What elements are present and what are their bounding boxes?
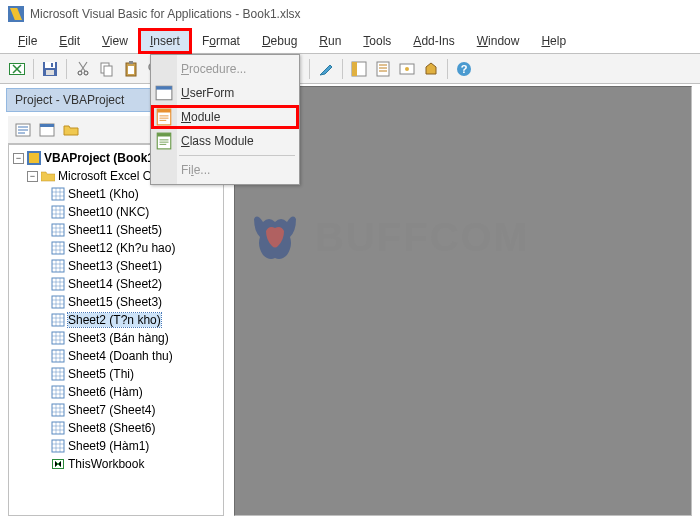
menu-addins[interactable]: Add-Ins <box>403 30 464 52</box>
tree-sheet[interactable]: Sheet3 (Bán hàng) <box>11 329 221 347</box>
svg-rect-41 <box>52 296 64 308</box>
tree-sheet[interactable]: Sheet1 (Kho) <box>11 185 221 203</box>
toggle-folders-button[interactable] <box>60 119 82 141</box>
svg-rect-11 <box>129 61 133 64</box>
sheet-icon <box>51 259 65 273</box>
menu-edit[interactable]: Edit <box>49 30 90 52</box>
menu-window[interactable]: Window <box>467 30 530 52</box>
menu-insert[interactable]: Insert <box>140 30 190 52</box>
svg-rect-18 <box>352 62 357 76</box>
svg-point-21 <box>405 67 409 71</box>
svg-text:?: ? <box>461 63 468 75</box>
svg-rect-3 <box>45 62 55 68</box>
sheet-icon <box>51 187 65 201</box>
insert-dropdown: Procedure... UserForm Module Class Modul… <box>150 54 300 185</box>
svg-rect-19 <box>377 62 389 76</box>
tree-sheet[interactable]: Sheet8 (Sheet6) <box>11 419 221 437</box>
tree-sheet[interactable]: Sheet13 (Sheet1) <box>11 257 221 275</box>
sheet-icon <box>51 313 65 327</box>
svg-rect-29 <box>157 133 171 136</box>
object-browser-button[interactable] <box>396 58 418 80</box>
sheet-icon <box>51 439 65 453</box>
menu-debug[interactable]: Debug <box>252 30 307 52</box>
sheet-icon <box>51 295 65 309</box>
svg-rect-9 <box>104 66 112 76</box>
module-icon <box>155 108 173 126</box>
svg-rect-37 <box>52 224 64 236</box>
sheet-icon <box>51 241 65 255</box>
sheet-icon <box>51 367 65 381</box>
sheet-icon <box>51 349 65 363</box>
title-bar: Microsoft Visual Basic for Applications … <box>0 0 700 28</box>
dropdown-module[interactable]: Module <box>151 105 299 129</box>
watermark: BUFFCOM <box>245 207 529 267</box>
tree-sheet[interactable]: Sheet2 (T?n kho) <box>11 311 221 329</box>
tree-sheet[interactable]: Sheet4 (Doanh thu) <box>11 347 221 365</box>
properties-button[interactable] <box>372 58 394 80</box>
tree-sheet[interactable]: Sheet7 (Sheet4) <box>11 401 221 419</box>
svg-rect-40 <box>52 278 64 290</box>
workspace: Project - VBAProject − VBAProject (Book1… <box>0 84 700 524</box>
tree-sheet[interactable]: Sheet6 (Hàm) <box>11 383 221 401</box>
svg-rect-27 <box>157 109 171 112</box>
project-explorer-button[interactable] <box>348 58 370 80</box>
help-button[interactable]: ? <box>453 58 475 80</box>
dropdown-file[interactable]: File... <box>151 158 299 182</box>
tree-sheet[interactable]: Sheet15 (Sheet3) <box>11 293 221 311</box>
menu-run[interactable]: Run <box>309 30 351 52</box>
svg-point-7 <box>84 71 88 75</box>
tree-sheet[interactable]: Sheet11 (Sheet5) <box>11 221 221 239</box>
menu-help[interactable]: Help <box>531 30 576 52</box>
sheet-icon <box>51 331 65 345</box>
view-object-button[interactable] <box>36 119 58 141</box>
toolbox-button[interactable] <box>420 58 442 80</box>
sheet-icon <box>51 223 65 237</box>
menu-file[interactable]: File <box>8 30 47 52</box>
svg-rect-49 <box>52 440 64 452</box>
project-tree[interactable]: − VBAProject (Book1) − Microsoft Excel O… <box>8 144 224 516</box>
svg-rect-46 <box>52 386 64 398</box>
paste-button[interactable] <box>120 58 142 80</box>
svg-rect-36 <box>52 206 64 218</box>
svg-rect-4 <box>51 63 53 67</box>
menu-format[interactable]: Format <box>192 30 250 52</box>
vbaproject-icon <box>27 151 41 165</box>
collapse-icon[interactable]: − <box>13 153 24 164</box>
tree-sheet[interactable]: Sheet10 (NKC) <box>11 203 221 221</box>
userform-icon <box>155 84 173 102</box>
sheet-icon <box>51 277 65 291</box>
tree-sheet[interactable]: Sheet5 (Thi) <box>11 365 221 383</box>
cut-button[interactable] <box>72 58 94 80</box>
svg-rect-39 <box>52 260 64 272</box>
svg-rect-47 <box>52 404 64 416</box>
tree-thisworkbook[interactable]: ThisWorkbook <box>11 455 221 473</box>
svg-rect-43 <box>52 332 64 344</box>
menu-view[interactable]: View <box>92 30 138 52</box>
copy-button[interactable] <box>96 58 118 80</box>
dropdown-userform[interactable]: UserForm <box>151 81 299 105</box>
svg-rect-5 <box>46 70 54 75</box>
classmodule-icon <box>155 132 173 150</box>
sheet-icon <box>51 205 65 219</box>
tree-sheet[interactable]: Sheet12 (Kh?u hao) <box>11 239 221 257</box>
workbook-icon <box>51 457 65 471</box>
design-mode-button[interactable] <box>315 58 337 80</box>
svg-rect-12 <box>128 66 134 74</box>
mdi-area: BUFFCOM <box>234 86 692 516</box>
project-pane-title: Project - VBAProject <box>6 88 161 112</box>
tree-sheet[interactable]: Sheet9 (Hàm1) <box>11 437 221 455</box>
view-code-button[interactable] <box>12 119 34 141</box>
vba-app-icon <box>8 6 24 22</box>
menu-tools[interactable]: Tools <box>353 30 401 52</box>
dropdown-procedure[interactable]: Procedure... <box>151 57 299 81</box>
save-button[interactable] <box>39 58 61 80</box>
svg-rect-34 <box>29 153 39 163</box>
svg-rect-45 <box>52 368 64 380</box>
tree-sheet[interactable]: Sheet14 (Sheet2) <box>11 275 221 293</box>
dropdown-classmodule[interactable]: Class Module <box>151 129 299 153</box>
excel-view-button[interactable] <box>6 58 28 80</box>
svg-rect-38 <box>52 242 64 254</box>
window-title: Microsoft Visual Basic for Applications … <box>30 7 301 21</box>
sheet-icon <box>51 421 65 435</box>
collapse-icon[interactable]: − <box>27 171 38 182</box>
